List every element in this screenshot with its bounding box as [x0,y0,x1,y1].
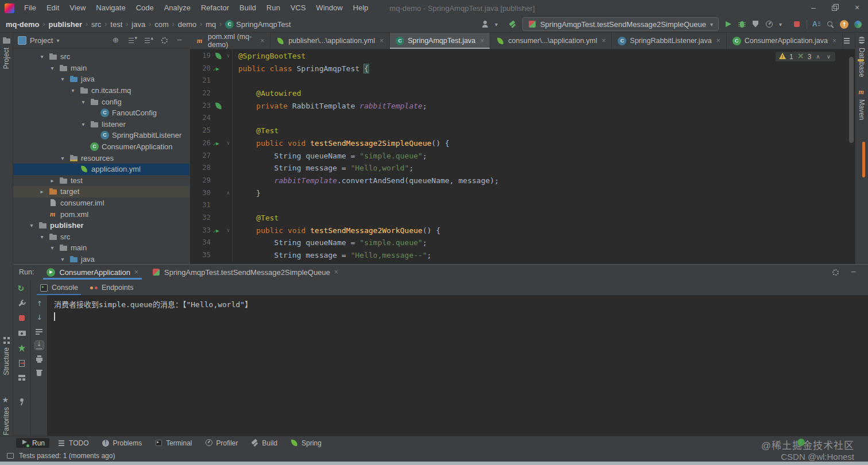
menu-view[interactable]: View [64,0,91,16]
menu-refactor[interactable]: Refactor [196,0,234,16]
tree-chevron-icon[interactable]: ▾ [38,53,46,60]
breadcrumb-item[interactable]: com [154,20,169,29]
tree-chevron-icon[interactable]: ▾ [79,99,87,105]
gutter-run-g[interactable] [213,226,224,235]
fold-marker-icon[interactable]: ∧ [224,187,232,200]
code-line-26[interactable]: 26∨ public void testSendMessage2SimpleQu… [190,137,855,150]
tree-item-application-yml[interactable]: application.yml [13,164,189,175]
code-line-25[interactable]: 25 @Test [190,125,855,137]
tree-chevron-icon[interactable]: ▸ [38,188,46,195]
menu-edit[interactable]: Edit [41,0,64,16]
close-icon[interactable]: × [260,37,264,45]
run-tab[interactable]: SpringAmqpTest.testSendMessage2SimpleQue… [145,265,345,280]
run-g-icon[interactable] [214,226,223,235]
tool-window-tab-maven[interactable]: Maven [855,88,868,120]
inspection-widget[interactable]: 1 3 ∧ ∨ [776,52,835,61]
pin-icon[interactable] [18,398,26,406]
tree-chevron-icon[interactable]: ▾ [59,256,67,262]
code-line-27[interactable]: 27 String queueName = "simple.queue"; [190,150,855,162]
tree-item-pom-xml[interactable]: pom.xml [13,208,189,220]
tool-window-button-profiler[interactable]: Profiler [200,438,243,448]
caret-icon[interactable] [779,20,788,29]
tree-item-publisher[interactable]: ▾publisher [13,220,189,231]
breadcrumb-item[interactable]: demo [178,20,197,29]
close-icon[interactable]: × [334,268,338,276]
tree-item-listener[interactable]: ▾listener [13,119,189,130]
arrow-up-icon[interactable] [35,300,44,308]
menu-code[interactable]: Code [131,0,159,16]
code-line-32[interactable]: 32 @Test [190,212,855,224]
hide-icon[interactable] [176,36,185,45]
hammer-icon[interactable] [509,20,517,29]
menu-help[interactable]: Help [348,0,374,16]
close-icon[interactable]: × [134,268,138,276]
code-line-35[interactable]: 35 String message = "Hello,message--"; [190,249,855,262]
code-line-31[interactable]: 31 [190,199,855,212]
fold-marker-icon[interactable]: ∨ [224,50,232,63]
tree-item-main[interactable]: ▾main [13,242,189,254]
snapshot-icon[interactable] [18,329,26,338]
code-line-24[interactable]: 24 [190,112,855,125]
code-line-30[interactable]: 30∧ } [190,187,855,200]
menu-analyze[interactable]: Analyze [159,0,196,16]
code-line-29[interactable]: 29 rabbitTemplate.convertAndSend(queueNa… [190,175,855,187]
tabs-stack-icon[interactable] [843,37,851,45]
close-icon[interactable]: × [379,37,383,45]
tree-chevron-icon[interactable]: ▾ [59,155,67,161]
editor-tab[interactable]: consumer\...\application.yml× [490,33,612,49]
breadcrumb-item[interactable]: publisher [49,20,83,29]
tool-window-tab-project[interactable]: Project [0,36,13,69]
tree-item-consumer-iml[interactable]: consumer.iml [13,197,189,209]
locate-icon[interactable] [112,36,121,45]
run-icon[interactable] [724,20,733,29]
close-icon[interactable]: × [602,37,606,45]
scroll-end-icon[interactable] [35,341,44,350]
editor-tab[interactable]: publisher\...\application.yml× [270,33,390,49]
wrench-icon[interactable] [18,299,26,308]
arrow-down-icon[interactable] [35,313,44,322]
code-line-34[interactable]: 34 String queueName = "simple.queue"; [190,237,855,249]
tool-window-button-spring[interactable]: Spring [285,438,326,448]
breadcrumb-item[interactable]: java [131,20,145,29]
tree-item-src[interactable]: ▾src [13,231,189,243]
error-stripe-mark[interactable] [862,142,865,177]
breadcrumb-item[interactable]: mq [206,20,216,29]
run-g-icon[interactable] [214,139,223,148]
tree-item-java[interactable]: ▾java [13,73,189,85]
stop-icon[interactable] [18,314,26,323]
search-icon[interactable] [826,20,835,29]
debug-icon[interactable] [738,20,746,29]
menu-build[interactable]: Build [234,0,261,16]
code-line-23[interactable]: 23 private RabbitTemplate rabbitTemplate… [190,100,855,113]
close-icon[interactable]: × [832,37,836,45]
breadcrumb-item[interactable]: SpringAmqpTest [236,20,290,29]
code-line-20[interactable]: 20public class SpringAmqpTest { [190,63,855,75]
minimize-button[interactable]: – [803,0,824,16]
collapse-all-icon[interactable] [144,36,153,45]
code-line-19[interactable]: 19∨@SpringBootTest [190,50,855,63]
chevron-down-icon[interactable]: ▾ [56,37,59,44]
code-line-28[interactable]: 28 String message = "Hello,world"; [190,162,855,175]
tree-chevron-icon[interactable]: ▾ [48,245,56,251]
code-editor[interactable]: 19∨@SpringBootTest20public class SpringA… [190,49,855,264]
editor-tab[interactable]: pom.xml (mq-demo)× [190,33,270,49]
user-icon[interactable] [481,20,490,29]
tree-chevron-icon[interactable]: ▾ [59,76,67,82]
code-line-21[interactable]: 21 [190,75,855,87]
tree-item-cn-itcast-mq[interactable]: ▾cn.itcast.mq [13,85,189,96]
close-icon[interactable]: × [716,37,720,45]
run-g-icon[interactable] [214,64,223,73]
minus-icon[interactable] [850,268,859,277]
restore-button[interactable] [824,0,846,16]
gutter-run-g[interactable] [213,139,224,148]
close-icon[interactable]: × [480,37,484,45]
editor-scrollbar[interactable] [849,57,854,143]
tree-item-fanoutconfig[interactable]: FanoutConfig [13,107,189,119]
detach-icon[interactable] [18,359,26,367]
gutter-leaf-g[interactable] [213,52,224,60]
tree-item-main[interactable]: ▾main [13,63,189,74]
stop-icon[interactable] [793,20,801,29]
editor-tab[interactable]: SpringRabbitListener.java× [612,33,726,49]
tool-window-button-problems[interactable]: Problems [96,438,146,448]
tree-chevron-icon[interactable]: ▾ [69,87,77,94]
